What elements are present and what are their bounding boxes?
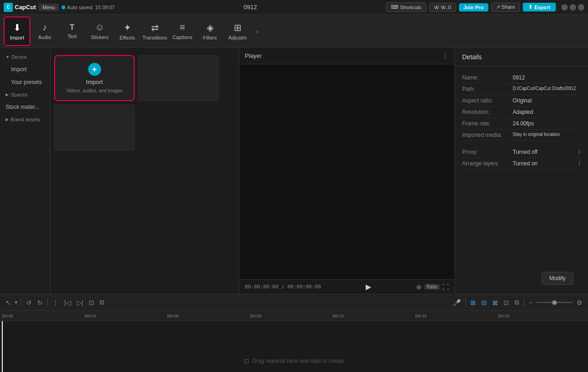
toolbar-audio[interactable]: ♪ Audio (31, 17, 58, 46)
toolbar-transitions-label: Transitions (142, 35, 167, 40)
detail-row-aspect: Aspect ratio: Original (462, 95, 581, 107)
detail-value-proxy: Turned off (513, 149, 537, 155)
sidebar-device-section[interactable]: ▼ Device (2, 51, 48, 62)
minimize-button[interactable] (561, 4, 568, 11)
title-bar-right: ⌨ Shortcuts W W..0 Join Pro ↗ Share ⬆ Ex… (386, 2, 584, 12)
sidebar-stock-section[interactable]: Stock mater... (2, 101, 48, 113)
workspace-label: W..0 (441, 5, 451, 10)
sidebar-spaces-section[interactable]: ▶ Spaces (2, 89, 48, 100)
detail-label-proxy: Proxy: (462, 149, 513, 155)
drag-hint-text: Drag material here and start to create (252, 358, 344, 364)
import-drop-area[interactable]: + Import Videos, audios, and images (54, 55, 135, 101)
undo-button[interactable]: ↺ (24, 298, 34, 307)
main-area: ▼ Device Import Your presets ▶ Spaces St… (0, 48, 588, 294)
toolbar-import[interactable]: ⬇ Import (4, 17, 30, 46)
modify-button[interactable]: Modify (542, 272, 573, 285)
player-timecode: 00:00:00:00 / 00:00:00:00 (245, 284, 321, 290)
media-empty-slot (138, 55, 219, 101)
track-btn-5[interactable]: ⧉ (513, 298, 521, 307)
zoom-slider[interactable] (536, 302, 573, 303)
player-title: Player (245, 52, 262, 59)
maximize-button[interactable] (570, 4, 576, 11)
ruler-mark-12: |00:12 (333, 314, 344, 318)
player-fullscreen-button[interactable]: ⛶ (442, 283, 449, 291)
ruler-mark-18: |00:18 (498, 314, 509, 318)
player-menu-button[interactable]: ⋮ (441, 51, 449, 60)
toolbar-audio-label: Audio (38, 34, 51, 40)
sidebar: ▼ Device Import Your presets ▶ Spaces St… (0, 48, 51, 294)
detail-label-path: Path: (462, 86, 513, 92)
import-icon: ⬇ (13, 22, 21, 33)
player-ratio-badge[interactable]: Ratio (424, 284, 440, 290)
shortcuts-button[interactable]: ⌨ Shortcuts (386, 2, 426, 12)
workspace-button[interactable]: W W..0 (429, 3, 456, 12)
autosave-text: Auto saved: 15:39:07 (67, 5, 115, 10)
timeline-right-tools: 🎤 ⊞ ⊟ ⊠ ⊡ ⧉ − ⚙ (451, 298, 584, 307)
toolbar-stickers-label: Stickers (90, 34, 108, 40)
timeline: ↖ ▼ ↺ ↻ ⋮ |◁ ▷| ⊡ ⧉ 🎤 ⊞ ⊟ ⊠ ⊡ ⧉ − ⚙ | (0, 294, 588, 372)
sidebar-spaces-label: Spaces (11, 92, 28, 97)
toolbar-adjustm[interactable]: ⊞ Adjustm (224, 17, 251, 46)
detail-value-resolution: Adapted (513, 109, 533, 115)
toolbar-more[interactable]: › (252, 17, 263, 46)
zoom-settings-icon[interactable]: ⚙ (575, 298, 584, 307)
detail-value-framerate: 24.00fps (513, 120, 534, 127)
menu-button[interactable]: Menu (39, 4, 59, 11)
track-btn-1[interactable]: ⊞ (469, 298, 478, 307)
player-controls: 00:00:00:00 / 00:00:00:00 ▶ ⊕ Ratio ⛶ (239, 279, 454, 294)
player-time-sep: / (281, 284, 287, 290)
zoom-out-icon[interactable]: − (527, 298, 534, 307)
player-panel: Player ⋮ 00:00:00:00 / 00:00:00:00 ▶ ⊕ R… (239, 48, 455, 294)
copy-tool[interactable]: ⧉ (98, 298, 106, 307)
sidebar-item-presets[interactable]: Your presets (2, 76, 48, 88)
toolbar-captions-label: Captions (172, 34, 192, 40)
sidebar-brand-section[interactable]: ▶ Brand assets (2, 114, 48, 125)
track-btn-3[interactable]: ⊠ (491, 298, 500, 307)
export-button[interactable]: ⬆ Export (523, 3, 556, 11)
track-btn-4[interactable]: ⊡ (502, 298, 511, 307)
select-tool[interactable]: ↖ (4, 298, 13, 307)
import-area-sublabel: Videos, audios, and images (66, 88, 123, 93)
redo-button[interactable]: ↻ (35, 298, 45, 307)
player-time-total: 00:00:00:00 (288, 284, 321, 290)
detail-row-path: Path: D:/CapCut/CapCut Drafts/0912 (462, 84, 581, 95)
adjustm-icon: ⊞ (234, 22, 242, 33)
player-play-button[interactable]: ▶ (366, 282, 371, 291)
timeline-ruler: |00:00 |00:03 |00:06 |00:09 |00:12 |00:1… (0, 311, 588, 321)
split-tool[interactable]: ⋮ (51, 298, 61, 307)
ruler-mark-9: |00:09 (250, 314, 261, 318)
detail-value-imported-media: Stay in original location (513, 132, 560, 138)
media-empty-slot (54, 105, 135, 151)
sidebar-stock-label: Stock mater... (6, 104, 39, 110)
trim-start-tool[interactable]: |◁ (62, 298, 73, 307)
toolbar-text-label: Text (68, 34, 77, 39)
player-zoom-button[interactable]: ⊕ (416, 283, 422, 291)
sidebar-spaces-arrow: ▶ (6, 92, 9, 97)
delete-tool[interactable]: ⊡ (87, 298, 96, 307)
toolbar-effects[interactable]: ✦ Effects (114, 17, 141, 46)
trim-end-tool[interactable]: ▷| (75, 298, 85, 307)
toolbar-text[interactable]: T Text (59, 17, 85, 46)
arrange-info-icon[interactable]: ℹ (578, 160, 581, 167)
detail-value-arrange: Turned on (513, 160, 537, 167)
toolbar-captions[interactable]: ≡ Captions (169, 17, 196, 46)
sidebar-item-import[interactable]: Import (2, 63, 48, 75)
track-btn-2[interactable]: ⊟ (480, 298, 489, 307)
close-button[interactable] (578, 4, 584, 11)
toolbar-transitions[interactable]: ⇄ Transitions (141, 17, 168, 46)
proxy-info-icon[interactable]: ℹ (578, 149, 581, 155)
sidebar-brand-arrow: ▶ (6, 117, 9, 122)
filters-icon: ◈ (207, 22, 214, 33)
share-button[interactable]: ↗ Share (491, 2, 520, 12)
detail-row-imported-media: Imported media: Stay in original locatio… (462, 130, 581, 141)
select-dropdown-icon[interactable]: ▼ (14, 300, 18, 305)
tl-divider-4 (524, 299, 524, 307)
toolbar-filters[interactable]: ◈ Filters (197, 17, 223, 46)
join-pro-button[interactable]: Join Pro (459, 3, 488, 11)
player-time-current: 00:00:00:00 (245, 284, 278, 290)
toolbar-stickers[interactable]: ☺ Stickers (86, 17, 113, 46)
detail-row-arrange-layers: Arrange layers Turned on ℹ (462, 158, 581, 169)
mic-button[interactable]: 🎤 (451, 298, 463, 307)
player-screen (239, 64, 454, 279)
sidebar-presets-label: Your presets (11, 79, 42, 85)
